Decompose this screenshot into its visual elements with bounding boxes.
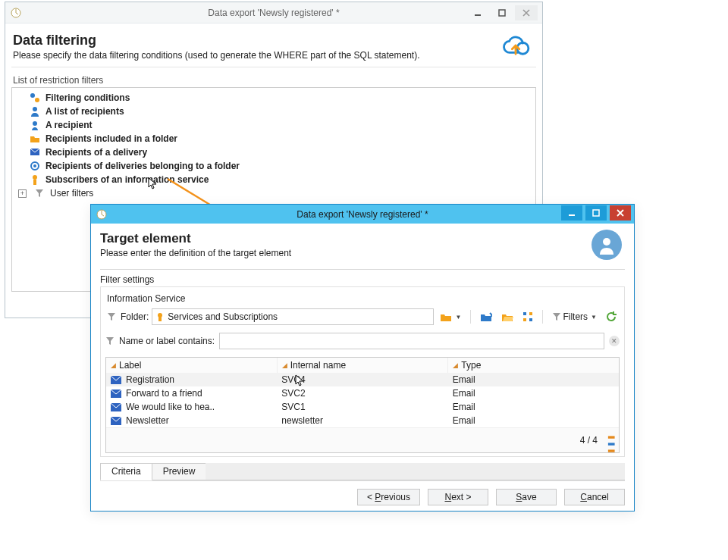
tab-criteria[interactable]: Criteria: [100, 463, 152, 480]
svg-rect-15: [569, 214, 575, 216]
front-window: Data export 'Newsly registered' * Target…: [90, 204, 635, 512]
divider: [470, 310, 471, 324]
svg-rect-21: [529, 312, 532, 315]
funnel-icon: [105, 336, 115, 346]
clear-button[interactable]: ✕: [609, 336, 620, 346]
front-heading: Target element: [100, 231, 584, 246]
filter-settings-panel: Information Service Folder: Services and…: [100, 286, 625, 457]
filter-label: A recipient: [46, 120, 93, 130]
funnel-icon: [107, 312, 116, 321]
list-config-icon[interactable]: ▂▂▂: [608, 430, 614, 450]
cell-type: Email: [448, 387, 619, 399]
filter-recipients-deliveries-folder[interactable]: Recipients of deliveries belonging to a …: [15, 159, 532, 173]
services-table: ◢Label ◢Internal name ◢Type Registration…: [105, 357, 620, 453]
folder-browse-button[interactable]: ▼: [437, 308, 464, 325]
divider: [542, 310, 543, 324]
svg-rect-12: [33, 180, 36, 185]
filters-dropdown[interactable]: Filters ▼: [549, 308, 600, 325]
table-row[interactable]: Forward to a friendSVC2Email: [106, 386, 619, 400]
close-button[interactable]: [610, 205, 631, 221]
row-count: 4 / 4: [580, 435, 598, 446]
maximize-button[interactable]: [585, 205, 607, 221]
svg-point-17: [603, 238, 610, 246]
filter-recipient[interactable]: A recipient: [15, 118, 532, 132]
filter-label: Recipients of a delivery: [46, 147, 147, 158]
table-row[interactable]: NewsletternewsletterEmail: [106, 414, 619, 427]
tab-preview[interactable]: Preview: [152, 463, 207, 480]
folder-value: Services and Subscriptions: [168, 311, 278, 322]
envelope-icon: [111, 417, 121, 425]
filter-recipients-delivery[interactable]: Recipients of a delivery: [15, 145, 532, 159]
previous-button[interactable]: < Previous: [357, 489, 420, 505]
svg-rect-22: [523, 318, 526, 321]
filter-settings-label: Filter settings: [100, 274, 625, 285]
tree-button[interactable]: [519, 308, 536, 325]
filter-label: Filtering conditions: [46, 92, 130, 103]
svg-rect-23: [529, 318, 532, 321]
folder-open-button[interactable]: [498, 308, 516, 325]
back-subtitle: Please specify the data filtering condit…: [13, 50, 501, 61]
name-filter-label: Name or label contains:: [119, 336, 215, 346]
minimize-button[interactable]: [466, 5, 489, 20]
svg-point-5: [35, 98, 39, 102]
svg-rect-2: [499, 10, 505, 16]
table-row[interactable]: RegistrationSVC4Email: [106, 373, 619, 386]
cell-label: Registration: [126, 374, 174, 385]
folder-icon: [29, 133, 41, 145]
maximize-button[interactable]: [491, 5, 513, 20]
filter-recipients-folder[interactable]: Recipients included in a folder: [15, 132, 532, 145]
filter-label: User filters: [50, 188, 93, 199]
cell-type: Email: [448, 401, 619, 413]
minimize-button[interactable]: [561, 205, 582, 221]
col-label[interactable]: ◢Label: [106, 358, 278, 373]
avatar-icon: [592, 230, 622, 260]
cell-internal: SVC2: [277, 387, 447, 399]
subscriber-icon: [29, 174, 41, 186]
front-title: Data export 'Newsly registered' *: [91, 209, 634, 220]
col-type[interactable]: ◢Type: [448, 358, 619, 373]
filter-list-recipients[interactable]: A list of recipients: [15, 105, 532, 118]
cancel-button[interactable]: Cancel: [564, 489, 625, 505]
subscriber-icon: [155, 312, 165, 321]
filter-label: Recipients included in a folder: [46, 133, 177, 144]
cloud-upload-icon: [501, 34, 530, 57]
filter-label: A list of recipients: [46, 106, 124, 117]
filter-filtering-conditions[interactable]: Filtering conditions: [15, 91, 532, 105]
svg-point-6: [33, 107, 37, 111]
front-titlebar[interactable]: Data export 'Newsly registered' *: [91, 205, 634, 224]
app-icon: [96, 208, 108, 221]
svg-rect-19: [158, 317, 162, 321]
conditions-icon: [29, 92, 41, 104]
info-service-label: Information Service: [107, 293, 620, 304]
next-button[interactable]: Next >: [428, 489, 488, 505]
filter-user-filters[interactable]: + User filters: [15, 186, 532, 200]
cell-label: Newsletter: [126, 415, 169, 426]
envelope-icon: [111, 376, 121, 384]
envelope-icon: [111, 403, 121, 411]
folder-input[interactable]: Services and Subscriptions: [152, 308, 434, 325]
filters-dropdown-label: Filters: [563, 311, 588, 322]
people-icon: [29, 105, 41, 117]
cell-internal: SVC4: [277, 374, 447, 386]
table-row[interactable]: We would like to hea..SVC1Email: [106, 400, 619, 414]
filter-label: Recipients of deliveries belonging to a …: [46, 161, 240, 171]
name-filter-input[interactable]: [219, 333, 604, 349]
cell-internal: SVC1: [277, 401, 447, 413]
cell-label: Forward to a friend: [126, 388, 202, 399]
col-internal[interactable]: ◢Internal name: [278, 358, 449, 373]
close-button[interactable]: [515, 5, 538, 20]
app-icon: [10, 7, 22, 19]
expand-icon[interactable]: +: [18, 189, 27, 198]
funnel-icon: [33, 187, 46, 199]
link-button[interactable]: [477, 308, 495, 325]
filter-subscribers-service[interactable]: Subscribers of an information service: [15, 173, 532, 186]
target-icon: [29, 160, 41, 172]
svg-point-10: [33, 164, 36, 167]
envelope-icon: [111, 389, 121, 398]
save-button[interactable]: Save: [496, 489, 557, 505]
back-titlebar[interactable]: Data export 'Newsly registered' *: [5, 2, 542, 23]
refresh-button[interactable]: [603, 308, 620, 325]
svg-point-11: [33, 175, 37, 180]
filter-label: Subscribers of an information service: [46, 174, 209, 185]
tab-strip: [206, 463, 625, 480]
